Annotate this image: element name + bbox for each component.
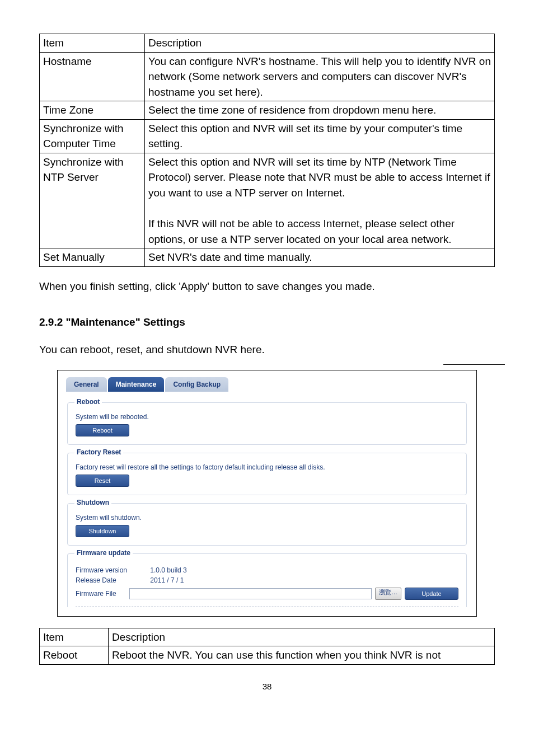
browse-button[interactable]: 瀏覽… — [375, 588, 401, 600]
factory-reset-legend: Factory Reset — [74, 448, 123, 456]
section-heading: 2.9.2 "Maintenance" Settings — [39, 316, 495, 328]
table1-r0-c1: You can configure NVR's hostname. This w… — [145, 52, 495, 101]
table2-header-item: Item — [40, 628, 109, 646]
tab-general[interactable]: General — [66, 377, 107, 392]
shutdown-group: Shutdown System will shutdown. Shutdown — [67, 503, 467, 546]
table2-r0-c0: Reboot — [40, 646, 109, 665]
table1-r0-c0: Hostname — [40, 52, 145, 101]
maintenance-table: Item Description Reboot Reboot the NVR. … — [39, 628, 495, 665]
shutdown-text: System will shutdown. — [76, 514, 458, 522]
table1-r2-c0: Synchronize with Computer Time — [40, 119, 145, 153]
firmware-update-group: Firmware update Firmware version 1.0.0 b… — [67, 553, 467, 607]
table1-r4-c0: Set Manually — [40, 248, 145, 267]
release-date-value: 2011 / 7 / 1 — [150, 576, 184, 584]
dashed-divider — [76, 607, 458, 607]
reboot-legend: Reboot — [74, 398, 102, 406]
tab-bar: General Maintenance Config Backup — [66, 375, 468, 392]
firmware-version-value: 1.0.0 build 3 — [150, 566, 186, 574]
firmware-version-label: Firmware version — [76, 566, 148, 574]
reboot-button[interactable]: Reboot — [76, 424, 129, 436]
reboot-group: Reboot System will be rebooted. Reboot — [67, 402, 467, 445]
table1-r3-c0: Synchronize with NTP Server — [40, 153, 145, 248]
table1-r4-c1: Set NVR's date and time manually. — [145, 248, 495, 267]
factory-reset-group: Factory Reset Factory reset will restore… — [67, 453, 467, 495]
tab-maintenance[interactable]: Maintenance — [108, 377, 165, 392]
table1-r1-c0: Time Zone — [40, 101, 145, 120]
table1-header-desc: Description — [145, 34, 495, 53]
factory-reset-text: Factory reset will restore all the setti… — [76, 463, 458, 471]
table1-r1-c1: Select the time zone of residence from d… — [145, 101, 495, 120]
firmware-legend: Firmware update — [74, 549, 133, 557]
table2-r0-c1: Reboot the NVR. You can use this functio… — [109, 646, 495, 665]
table2-header-desc: Description — [109, 628, 495, 646]
apply-note: When you finish setting, click 'Apply' b… — [39, 279, 495, 294]
settings-table: Item Description Hostname You can config… — [39, 34, 495, 267]
tab-config-backup[interactable]: Config Backup — [165, 377, 228, 392]
maintenance-ui: General Maintenance Config Backup Reboot… — [57, 370, 477, 617]
reboot-text: System will be rebooted. — [76, 413, 458, 421]
reset-button[interactable]: Reset — [76, 475, 129, 487]
firmware-file-input[interactable] — [129, 588, 372, 599]
release-date-label: Release Date — [76, 576, 148, 584]
shutdown-button[interactable]: Shutdown — [76, 525, 129, 537]
firmware-file-label: Firmware File — [76, 590, 126, 598]
maintenance-intro: You can reboot, reset, and shutdown NVR … — [39, 342, 495, 358]
table1-r3-c1: Select this option and NVR will set its … — [145, 153, 495, 248]
table1-r2-c1: Select this option and NVR will set its … — [145, 119, 495, 153]
table1-header-item: Item — [40, 34, 145, 53]
page-number: 38 — [39, 682, 495, 691]
update-button[interactable]: Update — [405, 588, 458, 600]
shutdown-legend: Shutdown — [74, 499, 111, 506]
